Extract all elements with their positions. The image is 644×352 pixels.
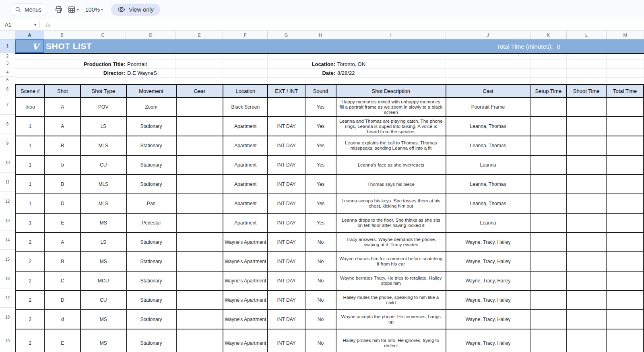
cell-M8[interactable] bbox=[607, 117, 644, 136]
cell-L15[interactable] bbox=[567, 252, 607, 272]
table-header-shot[interactable]: Shot bbox=[45, 85, 81, 97]
cell-E10[interactable] bbox=[177, 156, 224, 175]
cell-M11[interactable] bbox=[607, 175, 644, 194]
cell-row3-F[interactable] bbox=[223, 60, 268, 69]
cell-L12[interactable] bbox=[567, 194, 607, 214]
cell-B10[interactable]: b bbox=[45, 156, 81, 175]
select-all-corner[interactable] bbox=[0, 31, 15, 39]
column-header-G[interactable]: G bbox=[268, 31, 305, 39]
table-header-ext-int[interactable]: EXT / INT bbox=[268, 85, 305, 97]
cell-E8[interactable] bbox=[177, 117, 224, 136]
cell-row4-E[interactable] bbox=[176, 69, 223, 78]
cell-I13[interactable]: Leanna drops to the floor. She thinks as… bbox=[336, 214, 446, 233]
cell-L7[interactable] bbox=[567, 98, 607, 117]
cell-L8[interactable] bbox=[567, 117, 607, 136]
cell-I19[interactable]: Hailey probes him for info. He ignores, … bbox=[336, 329, 446, 352]
column-header-F[interactable]: F bbox=[223, 31, 268, 39]
cell-L17[interactable] bbox=[567, 291, 607, 310]
cell-J7[interactable]: Poortrait Frame bbox=[446, 98, 531, 117]
row-header-9[interactable]: 9 bbox=[0, 134, 15, 153]
cell-K13[interactable] bbox=[530, 214, 567, 233]
shot-list-banner[interactable]: v SHOT LIST Total Time (minutes): 0 bbox=[15, 39, 644, 54]
cell-E18[interactable] bbox=[177, 310, 224, 329]
table-header-shot-type[interactable]: Shot Type bbox=[81, 85, 127, 97]
cell-row5-F[interactable] bbox=[223, 78, 268, 84]
cell-row3-A[interactable] bbox=[15, 60, 44, 69]
name-box[interactable]: A1 ▾ bbox=[0, 22, 36, 28]
cell-row5-J[interactable] bbox=[446, 78, 530, 84]
cell-row3-K[interactable] bbox=[530, 60, 567, 69]
cell-E19[interactable] bbox=[177, 329, 224, 352]
cell-row5-K[interactable] bbox=[530, 78, 567, 84]
cell-C10[interactable]: CU bbox=[81, 156, 127, 175]
cell-A8[interactable]: 1 bbox=[16, 117, 45, 136]
cell-M18[interactable] bbox=[607, 310, 644, 329]
row-header-1[interactable]: 1 bbox=[0, 39, 15, 53]
cell-H16[interactable]: No bbox=[305, 272, 336, 291]
cell-F11[interactable]: Apartment bbox=[223, 175, 268, 194]
table-header-sound[interactable]: Sound bbox=[305, 85, 336, 97]
cell-row2-M[interactable] bbox=[607, 54, 644, 60]
cell-M13[interactable] bbox=[607, 214, 644, 233]
cell-J11[interactable]: Leanna, Thomas bbox=[446, 175, 531, 194]
row-header-3[interactable]: 3 bbox=[0, 59, 15, 68]
date-value[interactable]: 8/28/22 bbox=[337, 69, 355, 78]
cell-D15[interactable]: Stationary bbox=[127, 252, 177, 272]
location-value[interactable]: Toronto, ON bbox=[337, 60, 365, 69]
row-header-2[interactable]: 2 bbox=[0, 53, 15, 59]
cell-I15[interactable]: Wayne chases him for a moment before sna… bbox=[336, 252, 446, 272]
cell-C14[interactable]: LS bbox=[81, 233, 127, 252]
table-header-shot-description[interactable]: Shot Description bbox=[336, 85, 446, 97]
cell-B16[interactable]: C bbox=[45, 272, 81, 291]
cell-L11[interactable] bbox=[567, 175, 607, 194]
row-header-18[interactable]: 18 bbox=[0, 308, 15, 327]
cell-L9[interactable] bbox=[567, 136, 607, 156]
cell-M19[interactable] bbox=[607, 329, 644, 352]
table-header-gear[interactable]: Gear bbox=[177, 85, 224, 97]
cell-J19[interactable]: Wayne, Tracy, Hailey bbox=[446, 329, 531, 352]
row-header-15[interactable]: 15 bbox=[0, 250, 15, 269]
cell-row2-I[interactable] bbox=[336, 54, 446, 60]
cell-row5-C[interactable] bbox=[80, 78, 126, 84]
cell-K16[interactable] bbox=[530, 272, 567, 291]
cell-G18[interactable]: INT DAY bbox=[268, 310, 305, 329]
cell-D13[interactable]: Pedestal bbox=[127, 214, 177, 233]
row-header-4[interactable]: 4 bbox=[0, 68, 15, 77]
column-header-I[interactable]: I bbox=[336, 31, 446, 39]
cell-E12[interactable] bbox=[177, 194, 224, 214]
cell-row2-H[interactable] bbox=[305, 54, 336, 60]
column-header-A[interactable]: A bbox=[15, 31, 44, 39]
cell-row4-M[interactable] bbox=[607, 69, 644, 78]
menus-button[interactable]: Menus bbox=[10, 3, 48, 16]
cell-row2-A[interactable] bbox=[15, 54, 44, 60]
row-header-19[interactable]: 19 bbox=[0, 327, 15, 352]
cell-A17[interactable]: 2 bbox=[16, 291, 45, 310]
cell-K9[interactable] bbox=[530, 136, 567, 156]
cell-M17[interactable] bbox=[607, 291, 644, 310]
cell-I12[interactable]: Leanna scoops his keys. She tosses them … bbox=[336, 194, 446, 214]
cell-E11[interactable] bbox=[177, 175, 224, 194]
cell-D10[interactable]: Stationary bbox=[127, 156, 177, 175]
cell-M10[interactable] bbox=[607, 156, 644, 175]
cell-F18[interactable]: Wayne's Apartment bbox=[223, 310, 268, 329]
cell-I9[interactable]: Leanna explains the call to Thomas. Thom… bbox=[336, 136, 446, 156]
cell-H13[interactable]: Yes bbox=[305, 214, 336, 233]
table-header-setup-time[interactable]: Setup Time bbox=[530, 85, 567, 97]
cell-M14[interactable] bbox=[607, 233, 644, 252]
cell-C19[interactable]: MS bbox=[81, 329, 127, 352]
cell-A18[interactable]: 2 bbox=[16, 310, 45, 329]
cell-E9[interactable] bbox=[177, 136, 224, 156]
cell-G13[interactable]: INT DAY bbox=[268, 214, 305, 233]
cell-E17[interactable] bbox=[177, 291, 224, 310]
cell-row2-G[interactable] bbox=[268, 54, 305, 60]
cell-H8[interactable]: Yes bbox=[305, 117, 336, 136]
cell-A9[interactable]: 1 bbox=[16, 136, 45, 156]
cell-D16[interactable]: Stationary bbox=[127, 272, 177, 291]
cell-row4-L[interactable] bbox=[567, 69, 607, 78]
cell-C16[interactable]: MCU bbox=[81, 272, 127, 291]
cell-C17[interactable]: CU bbox=[81, 291, 127, 310]
zoom-select[interactable]: 100% ▾ bbox=[85, 6, 103, 13]
cell-H19[interactable]: No bbox=[305, 329, 336, 352]
cell-J17[interactable]: Wayne, Tracy, Hailey bbox=[446, 291, 531, 310]
cell-E16[interactable] bbox=[177, 272, 224, 291]
